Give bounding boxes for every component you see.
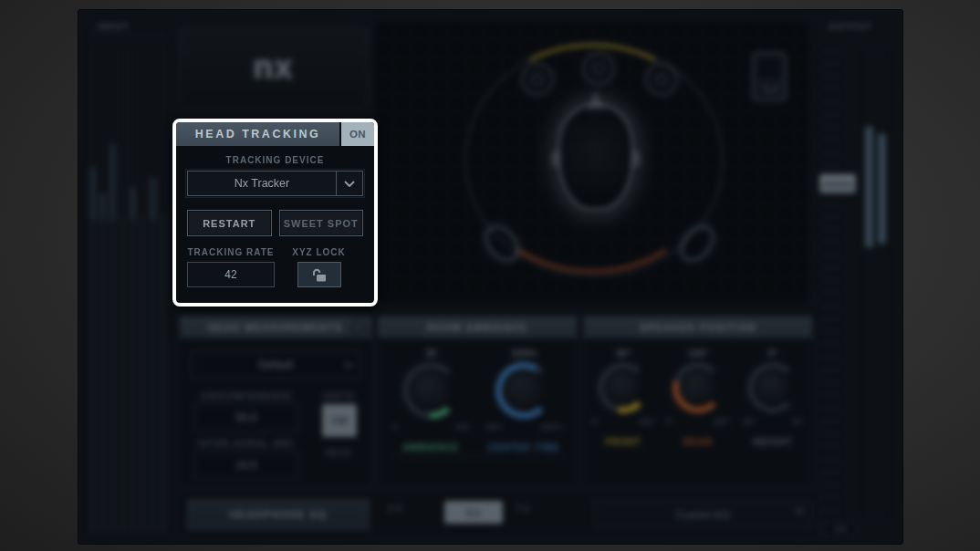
xyz-lock-button[interactable] (297, 262, 341, 287)
tracking-device-dropdown[interactable]: Nx Tracker (187, 171, 363, 196)
head-tracking-on-button[interactable]: ON (339, 122, 374, 146)
tracking-rate-field[interactable]: 42 (187, 262, 275, 287)
unlock-icon (311, 268, 328, 282)
xyz-lock-label: XYZ LOCK (275, 247, 363, 257)
head-tracking-title: HEAD TRACKING (176, 128, 339, 140)
restart-button[interactable]: RESTART (187, 210, 272, 236)
head-tracking-panel: HEAD TRACKING ON TRACKING DEVICE Nx Trac… (172, 119, 378, 307)
tracking-device-label: TRACKING DEVICE (187, 155, 363, 165)
chevron-down-icon (344, 181, 355, 187)
tracking-device-value: Nx Tracker (188, 172, 336, 195)
nx-plugin-window: INPUT nx (78, 9, 903, 545)
head-tracking-header: HEAD TRACKING ON (176, 122, 374, 146)
tracking-rate-label: TRACKING RATE (187, 247, 275, 257)
sweet-spot-button[interactable]: SWEET SPOT (279, 210, 364, 236)
head-tracking-body: TRACKING DEVICE Nx Tracker RESTART SWEET… (176, 146, 374, 303)
dropdown-chevron-section[interactable] (336, 172, 362, 195)
